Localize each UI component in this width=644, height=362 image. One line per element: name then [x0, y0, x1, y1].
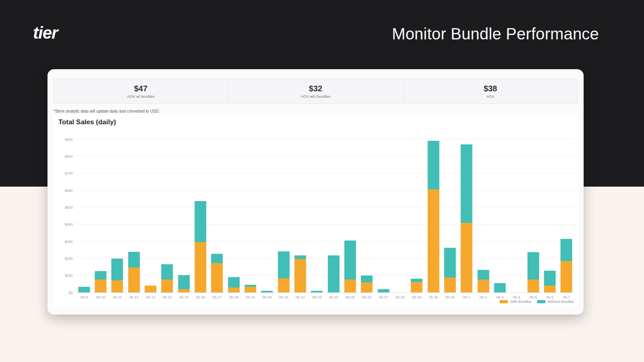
bar-group-05-23[interactable]	[311, 291, 323, 292]
bar-group-05-12[interactable]	[128, 252, 140, 292]
bar-group-05-16[interactable]	[195, 202, 206, 292]
bar-segment-with-bundles[interactable]	[211, 263, 223, 292]
bar-segment-without-bundles[interactable]	[295, 255, 306, 259]
total-sales-chart-panel: Total Sales (daily) $0$100$200$300$400$5…	[53, 115, 578, 308]
bar-segment-with-bundles[interactable]	[427, 189, 439, 292]
bar-group-05-20[interactable]	[261, 291, 273, 292]
bar-group-05-14[interactable]	[161, 264, 173, 292]
bar-group-06-6[interactable]	[544, 271, 556, 292]
bar-segment-without-bundles[interactable]	[494, 283, 506, 292]
bar-segment-without-bundles[interactable]	[427, 141, 439, 189]
bar-group-05-11[interactable]	[111, 259, 123, 292]
bar-segment-with-bundles[interactable]	[361, 282, 373, 292]
plot-area: $0$100$200$300$400$500$600$700$800$90005…	[76, 140, 575, 293]
bar-segment-with-bundles[interactable]	[95, 280, 107, 292]
bar-group-06-2[interactable]	[477, 270, 489, 292]
bar-segment-with-bundles[interactable]	[245, 287, 256, 292]
bar-segment-with-bundles[interactable]	[111, 280, 123, 292]
y-axis-label: $800	[65, 154, 73, 158]
bar-group-05-30[interactable]	[427, 141, 439, 292]
bar-segment-without-bundles[interactable]	[378, 289, 389, 292]
x-axis-label: 06-1	[463, 295, 470, 299]
bar-segment-with-bundles[interactable]	[345, 280, 356, 292]
bar-group-05-25[interactable]	[345, 241, 356, 292]
bar-group-05-24[interactable]	[328, 255, 339, 292]
bar-segment-with-bundles[interactable]	[178, 289, 190, 292]
bar-segment-without-bundles[interactable]	[128, 252, 140, 267]
bar-segment-with-bundles[interactable]	[228, 288, 239, 292]
bar-segment-with-bundles[interactable]	[195, 242, 206, 292]
bar-segment-without-bundles[interactable]	[527, 252, 539, 280]
bar-segment-without-bundles[interactable]	[328, 255, 339, 292]
stats-row: $47 AOV w/ bundles $32 AOV w/o bundles $…	[53, 79, 578, 104]
bar-group-05-27[interactable]	[378, 289, 389, 292]
bar-segment-without-bundles[interactable]	[411, 279, 423, 282]
bar-segment-without-bundles[interactable]	[444, 248, 456, 278]
y-axis-label: $300	[65, 240, 73, 244]
bar-segment-without-bundles[interactable]	[78, 287, 90, 292]
bar-group-05-29[interactable]	[411, 279, 423, 292]
bar-group-05-9[interactable]	[78, 287, 90, 292]
bar-group-05-19[interactable]	[245, 285, 256, 292]
dashboard-card: $47 AOV w/ bundles $32 AOV w/o bundles $…	[47, 69, 584, 315]
bar-segment-with-bundles[interactable]	[544, 286, 556, 292]
bar-segment-without-bundles[interactable]	[178, 275, 190, 289]
bar-segment-with-bundles[interactable]	[411, 282, 423, 292]
legend-item-without-bundles[interactable]: Without Bundles	[537, 300, 574, 304]
bar-segment-without-bundles[interactable]	[345, 241, 356, 280]
stat-value: $47	[134, 84, 147, 93]
bar-segment-without-bundles[interactable]	[261, 291, 273, 292]
y-axis-label: $700	[65, 171, 73, 175]
bar-group-06-5[interactable]	[527, 253, 539, 292]
bar-segment-without-bundles[interactable]	[161, 264, 173, 280]
bar-segment-with-bundles[interactable]	[295, 259, 306, 292]
x-axis-label: 05-12	[129, 295, 138, 299]
bar-segment-with-bundles[interactable]	[145, 286, 157, 292]
bar-group-05-22[interactable]	[295, 255, 306, 292]
bar-segment-without-bundles[interactable]	[228, 277, 239, 288]
bar-segment-with-bundles[interactable]	[128, 267, 140, 292]
bar-segment-with-bundles[interactable]	[527, 280, 539, 292]
x-axis-label: 06-5	[530, 295, 537, 299]
bar-group-05-15[interactable]	[178, 276, 190, 292]
bar-segment-without-bundles[interactable]	[361, 276, 373, 282]
bar-segment-without-bundles[interactable]	[544, 271, 556, 286]
bar-segment-with-bundles[interactable]	[477, 280, 489, 292]
bar-segment-without-bundles[interactable]	[95, 271, 107, 280]
bar-segment-without-bundles[interactable]	[477, 270, 489, 280]
stat-value: $38	[484, 84, 497, 93]
bar-segment-without-bundles[interactable]	[561, 239, 572, 261]
y-axis-label: $200	[65, 257, 73, 261]
bar-segment-without-bundles[interactable]	[278, 251, 289, 278]
bar-group-05-17[interactable]	[211, 254, 223, 292]
bar-group-06-3[interactable]	[494, 283, 506, 292]
bar-segment-without-bundles[interactable]	[461, 144, 473, 223]
bar-segment-with-bundles[interactable]	[461, 223, 473, 292]
bar-segment-without-bundles[interactable]	[311, 291, 323, 292]
gridline	[76, 258, 575, 258]
bar-segment-without-bundles[interactable]	[195, 201, 206, 242]
bar-group-05-31[interactable]	[444, 248, 456, 292]
bar-group-06-7[interactable]	[561, 239, 572, 292]
data-update-note: *Store analytic data will update daily a…	[54, 109, 160, 113]
bar-group-05-18[interactable]	[228, 277, 239, 292]
bar-group-05-26[interactable]	[361, 276, 373, 292]
x-axis-label: 05-28	[395, 295, 405, 299]
legend-label: With Bundles	[510, 300, 531, 304]
bar-segment-without-bundles[interactable]	[245, 285, 256, 287]
bar-group-05-13[interactable]	[145, 286, 157, 292]
bar-segment-without-bundles[interactable]	[111, 259, 123, 280]
bar-group-05-10[interactable]	[95, 271, 107, 292]
bar-segment-with-bundles[interactable]	[161, 280, 173, 292]
chart-title: Total Sales (daily)	[58, 118, 116, 126]
y-axis-label: $100	[65, 274, 73, 278]
page-title: Monitor Bundle Performance	[392, 25, 599, 43]
x-axis-label: 05-20	[262, 295, 272, 299]
bar-segment-with-bundles[interactable]	[278, 278, 289, 292]
bar-segment-without-bundles[interactable]	[211, 254, 223, 263]
bar-segment-with-bundles[interactable]	[561, 261, 572, 292]
legend-item-with-bundles[interactable]: With Bundles	[500, 300, 531, 304]
bar-group-05-21[interactable]	[278, 251, 289, 292]
bar-segment-with-bundles[interactable]	[444, 278, 456, 292]
bar-group-06-1[interactable]	[461, 145, 473, 292]
